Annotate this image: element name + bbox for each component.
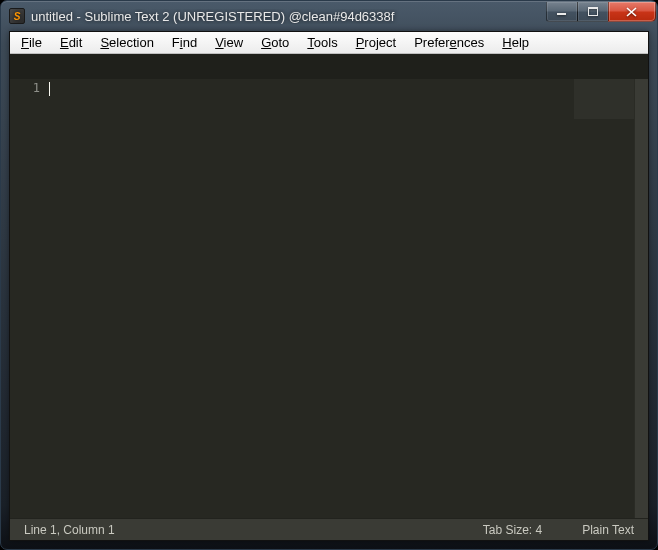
minimap[interactable] (574, 79, 634, 119)
status-syntax[interactable]: Plain Text (582, 523, 634, 537)
statusbar: Line 1, Column 1 Tab Size: 4 Plain Text (10, 518, 648, 540)
tab-strip[interactable] (10, 54, 648, 79)
menu-edit[interactable]: Edit (51, 33, 91, 52)
titlebar[interactable]: S untitled - Sublime Text 2 (UNREGISTERE… (1, 1, 657, 31)
status-position[interactable]: Line 1, Column 1 (24, 523, 443, 537)
menu-help[interactable]: Help (493, 33, 538, 52)
line-gutter: 1 (10, 79, 48, 518)
menu-tools[interactable]: Tools (298, 33, 346, 52)
menu-selection[interactable]: Selection (91, 33, 162, 52)
editor-area: 1 (10, 54, 648, 518)
menu-view[interactable]: View (206, 33, 252, 52)
svg-rect-0 (557, 13, 566, 15)
text-cursor (49, 82, 50, 96)
svg-rect-2 (588, 7, 598, 9)
minimize-button[interactable] (546, 2, 578, 22)
app-window: S untitled - Sublime Text 2 (UNREGISTERE… (0, 0, 658, 550)
window-controls (547, 2, 656, 22)
menu-goto[interactable]: Goto (252, 33, 298, 52)
code-editor[interactable] (48, 79, 634, 518)
app-icon: S (9, 8, 25, 24)
vertical-scrollbar[interactable] (634, 79, 648, 518)
menu-find[interactable]: Find (163, 33, 206, 52)
close-button[interactable] (608, 2, 656, 22)
status-tab-size[interactable]: Tab Size: 4 (483, 523, 542, 537)
menu-project[interactable]: Project (347, 33, 405, 52)
window-title: untitled - Sublime Text 2 (UNREGISTERED)… (31, 9, 547, 24)
line-number: 1 (10, 81, 40, 95)
menu-file[interactable]: File (12, 33, 51, 52)
menubar: FileEditSelectionFindViewGotoToolsProjec… (10, 32, 648, 54)
client-area: FileEditSelectionFindViewGotoToolsProjec… (9, 31, 649, 541)
menu-preferences[interactable]: Preferences (405, 33, 493, 52)
maximize-button[interactable] (577, 2, 609, 22)
